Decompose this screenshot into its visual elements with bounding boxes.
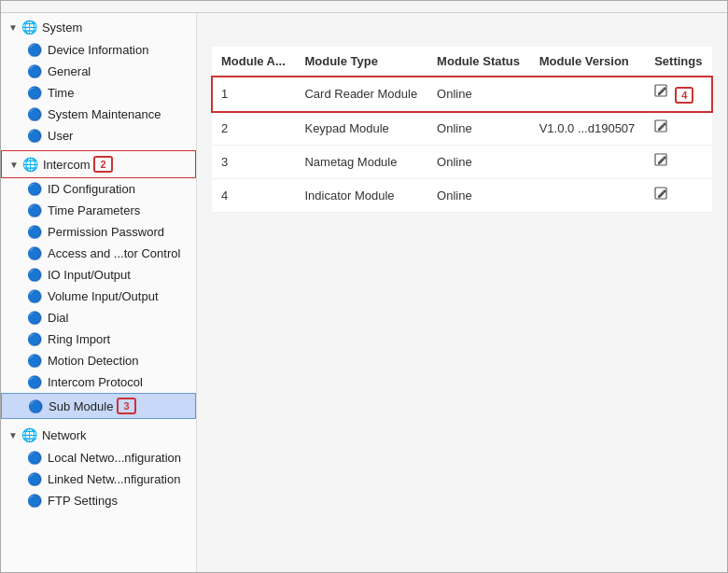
col-header-module-address: Module A... — [212, 47, 295, 77]
sidebar-item-id-configuration[interactable]: 🔵ID Configuration — [1, 178, 196, 200]
sidebar-item-volume-input-output[interactable]: 🔵Volume Input/Output — [1, 286, 196, 307]
globe-icon-intercom: 🌐 — [22, 157, 38, 172]
edit-button-3[interactable] — [654, 153, 671, 170]
main-panel: Module A...Module TypeModule StatusModul… — [197, 13, 727, 572]
item-label-volume-input-output: Volume Input/Output — [48, 289, 159, 303]
item-icon-system-maintenance: 🔵 — [27, 107, 42, 121]
item-icon-ring-import: 🔵 — [27, 332, 42, 346]
item-icon-device-information: 🔵 — [27, 43, 42, 57]
panel-title — [212, 28, 712, 32]
cell-settings-4 — [645, 179, 712, 213]
sidebar-item-local-network-configuration[interactable]: 🔵Local Netwo...nfiguration — [1, 447, 196, 468]
sidebar-item-ftp-settings[interactable]: 🔵FTP Settings — [1, 490, 196, 511]
sidebar-section-network: ▼🌐Network🔵Local Netwo...nfiguration🔵Link… — [1, 421, 196, 513]
cell-status-4: Online — [427, 179, 530, 213]
item-label-device-information: Device Information — [48, 43, 148, 57]
sidebar-item-ring-import[interactable]: 🔵Ring Import — [1, 328, 196, 350]
item-label-linked-network-configuration: Linked Netw...nfiguration — [48, 472, 180, 486]
col-header-module-status: Module Status — [427, 47, 530, 77]
cell-type-4: Indicator Module — [295, 179, 427, 213]
sidebar-item-intercom-protocol[interactable]: 🔵Intercom Protocol — [1, 371, 196, 393]
item-icon-intercom-protocol: 🔵 — [27, 375, 42, 389]
cell-settings-2 — [645, 112, 712, 146]
item-label-time-parameters: Time Parameters — [48, 203, 140, 217]
globe-icon-network: 🌐 — [21, 427, 37, 442]
cell-status-1: Online — [427, 77, 530, 112]
item-label-local-network-configuration: Local Netwo...nfiguration — [48, 451, 181, 465]
cell-address-4: 4 — [212, 179, 295, 213]
item-icon-dial: 🔵 — [27, 311, 42, 325]
cell-address-3: 3 — [212, 146, 295, 179]
item-label-sub-module: Sub Module — [49, 399, 113, 413]
item-icon-access-and-tor-control: 🔵 — [27, 246, 42, 260]
cell-type-1: Card Reader Module — [295, 77, 427, 112]
item-label-io-input-output: IO Input/Output — [48, 268, 131, 282]
sidebar-item-dial[interactable]: 🔵Dial — [1, 307, 196, 328]
sidebar-item-user[interactable]: 🔵User — [1, 125, 196, 147]
group-label-intercom: Intercom — [43, 158, 91, 172]
sidebar-item-linked-network-configuration[interactable]: 🔵Linked Netw...nfiguration — [1, 468, 196, 490]
sidebar: ▼🌐System🔵Device Information🔵General🔵Time… — [1, 13, 197, 572]
cell-status-3: Online — [427, 146, 530, 179]
col-header-module-version: Module Version — [530, 47, 645, 77]
arrow-icon-system: ▼ — [8, 22, 18, 33]
cell-version-1 — [530, 77, 645, 112]
item-icon-general: 🔵 — [27, 64, 42, 78]
sidebar-group-network[interactable]: ▼🌐Network — [1, 423, 196, 447]
table-row-4: 4Indicator ModuleOnline — [212, 179, 712, 213]
item-label-system-maintenance: System Maintenance — [48, 107, 161, 121]
table-header-row: Module A...Module TypeModule StatusModul… — [212, 47, 712, 77]
table-header: Module A...Module TypeModule StatusModul… — [212, 47, 712, 77]
cell-version-4 — [530, 179, 645, 213]
sidebar-item-time[interactable]: 🔵Time — [1, 82, 196, 104]
group-badge-intercom: 2 — [93, 156, 112, 173]
sidebar-item-sub-module[interactable]: 🔵Sub Module3 — [1, 393, 196, 419]
item-label-ring-import: Ring Import — [48, 332, 110, 346]
cell-address-1: 1 — [212, 77, 295, 112]
table-row-3: 3Nametag ModuleOnline — [212, 146, 712, 179]
item-icon-id-configuration: 🔵 — [27, 182, 42, 196]
sidebar-section-intercom: ▼🌐Intercom2🔵ID Configuration🔵Time Parame… — [1, 148, 196, 421]
item-icon-ftp-settings: 🔵 — [27, 494, 42, 508]
module-table: Module A...Module TypeModule StatusModul… — [212, 47, 712, 213]
item-label-dial: Dial — [48, 311, 68, 325]
cell-status-2: Online — [427, 112, 530, 146]
edit-button-2[interactable] — [654, 119, 671, 136]
item-icon-user: 🔵 — [27, 129, 42, 143]
item-icon-linked-network-configuration: 🔵 — [27, 472, 42, 486]
sidebar-group-system[interactable]: ▼🌐System — [1, 15, 196, 39]
sidebar-item-time-parameters[interactable]: 🔵Time Parameters — [1, 200, 196, 221]
group-label-system: System — [42, 21, 82, 35]
sidebar-section-system: ▼🌐System🔵Device Information🔵General🔵Time… — [1, 13, 196, 148]
sidebar-item-access-and-tor-control[interactable]: 🔵Access and ...tor Control — [1, 243, 196, 264]
sidebar-item-system-maintenance[interactable]: 🔵System Maintenance — [1, 104, 196, 125]
sidebar-item-motion-detection[interactable]: 🔵Motion Detection — [1, 350, 196, 371]
item-label-user: User — [48, 129, 73, 143]
cell-type-2: Keypad Module — [295, 112, 427, 146]
sidebar-item-device-information[interactable]: 🔵Device Information — [1, 39, 196, 61]
sidebar-item-io-input-output[interactable]: 🔵IO Input/Output — [1, 264, 196, 286]
edit-button-1[interactable] — [654, 84, 671, 101]
cell-version-3 — [530, 146, 645, 179]
cell-address-2: 2 — [212, 112, 295, 146]
cell-settings-3 — [645, 146, 712, 179]
item-badge-sub-module: 3 — [117, 398, 135, 414]
cell-version-2: V1.0.0 ...d190507 — [530, 112, 645, 146]
item-icon-permission-password: 🔵 — [27, 225, 42, 239]
sidebar-group-intercom[interactable]: ▼🌐Intercom2 — [1, 150, 196, 178]
sidebar-item-permission-password[interactable]: 🔵Permission Password — [1, 221, 196, 243]
item-icon-sub-module: 🔵 — [28, 399, 43, 413]
item-label-intercom-protocol: Intercom Protocol — [48, 375, 143, 389]
table-body: 1Card Reader ModuleOnline 42Keypad Modul… — [212, 77, 712, 213]
item-icon-time: 🔵 — [27, 86, 42, 100]
sidebar-item-general[interactable]: 🔵General — [1, 61, 196, 82]
item-label-general: General — [48, 64, 91, 78]
item-icon-motion-detection: 🔵 — [27, 354, 42, 368]
title-bar — [1, 1, 727, 13]
edit-button-4[interactable] — [654, 187, 671, 203]
arrow-icon-network: ▼ — [8, 430, 18, 440]
globe-icon-system: 🌐 — [21, 20, 37, 35]
arrow-icon-intercom: ▼ — [9, 160, 19, 170]
cell-settings-1: 4 — [645, 77, 712, 112]
item-icon-volume-input-output: 🔵 — [27, 289, 42, 303]
